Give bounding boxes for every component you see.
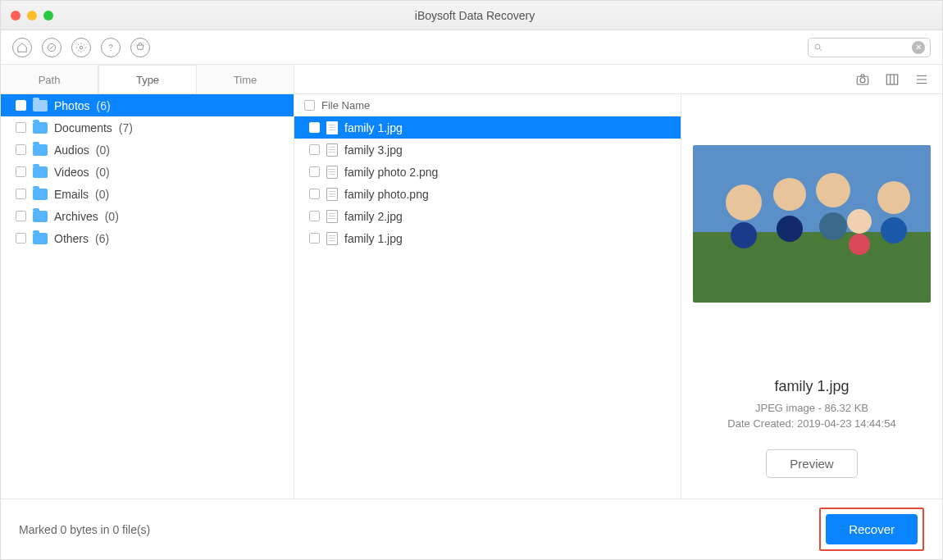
subheader: Path Type Time — [1, 65, 942, 94]
category-videos[interactable]: Videos (0) — [1, 161, 294, 183]
category-count: (0) — [96, 143, 110, 157]
folder-icon — [33, 166, 48, 178]
footer: Marked 0 bytes in 0 file(s) Recover — [1, 499, 942, 559]
category-sidebar: Photos (6) Documents (7) Audios (0) Vide… — [1, 94, 294, 499]
toolbar: ✕ — [1, 30, 942, 65]
file-checkbox[interactable] — [309, 166, 320, 177]
category-archives[interactable]: Archives (0) — [1, 205, 294, 227]
preview-pane: family 1.jpg JPEG image - 86.32 KB Date … — [681, 94, 942, 499]
folder-icon — [33, 189, 48, 200]
file-icon — [326, 166, 338, 179]
folder-icon — [33, 122, 48, 134]
category-count: (6) — [95, 232, 109, 245]
maximize-window-button[interactable] — [43, 11, 53, 20]
category-checkbox[interactable] — [16, 100, 26, 111]
file-icon — [326, 188, 338, 201]
category-label: Emails — [54, 188, 89, 201]
file-name: family photo 2.png — [344, 166, 438, 179]
category-checkbox[interactable] — [16, 233, 26, 244]
filelist-header: File Name — [294, 94, 681, 116]
folder-icon — [33, 100, 48, 112]
category-photos[interactable]: Photos (6) — [1, 94, 294, 116]
view-tools — [294, 65, 942, 93]
recover-button[interactable]: Recover — [826, 514, 918, 544]
camera-icon[interactable] — [855, 72, 870, 87]
file-checkbox[interactable] — [309, 189, 320, 199]
minimize-window-button[interactable] — [27, 11, 37, 20]
recover-highlight: Recover — [819, 508, 924, 551]
svg-point-2 — [111, 50, 112, 51]
category-checkbox[interactable] — [16, 122, 26, 133]
close-window-button[interactable] — [11, 11, 20, 20]
select-all-checkbox[interactable] — [304, 100, 315, 111]
file-icon — [326, 121, 338, 134]
filter-icon[interactable] — [42, 38, 61, 57]
search-icon — [813, 43, 823, 52]
category-label: Archives — [54, 210, 98, 223]
category-label: Documents — [54, 121, 112, 134]
titlebar: iBoysoft Data Recovery — [1, 1, 942, 30]
category-label: Audios — [54, 143, 89, 157]
file-checkbox[interactable] — [309, 144, 320, 155]
clear-search-icon[interactable]: ✕ — [912, 41, 925, 54]
category-count: (0) — [105, 210, 119, 223]
file-checkbox[interactable] — [309, 122, 320, 133]
category-checkbox[interactable] — [16, 144, 26, 155]
file-list: File Name family 1.jpg family 3.jpg fami… — [294, 94, 681, 499]
category-count: (0) — [96, 166, 110, 179]
file-checkbox[interactable] — [309, 211, 320, 221]
file-name: family 2.jpg — [344, 210, 403, 223]
file-name: family 3.jpg — [344, 143, 403, 157]
filter-tabs: Path Type Time — [1, 65, 294, 93]
tab-time[interactable]: Time — [197, 65, 294, 93]
category-others[interactable]: Others (6) — [1, 227, 294, 249]
column-header-filename[interactable]: File Name — [321, 99, 370, 112]
tab-path[interactable]: Path — [1, 65, 98, 93]
cart-icon[interactable] — [130, 38, 150, 57]
svg-point-1 — [80, 46, 83, 49]
search-input[interactable]: ✕ — [808, 38, 931, 57]
file-row[interactable]: family 1.jpg — [294, 227, 681, 249]
category-count: (7) — [119, 121, 133, 134]
preview-button[interactable]: Preview — [766, 449, 857, 478]
columns-view-icon[interactable] — [885, 72, 900, 87]
file-row[interactable]: family photo 2.png — [294, 161, 681, 183]
file-icon — [326, 210, 338, 223]
preview-image — [693, 145, 931, 303]
main-content: Photos (6) Documents (7) Audios (0) Vide… — [1, 94, 942, 499]
svg-rect-6 — [886, 75, 898, 84]
file-name: family 1.jpg — [344, 121, 403, 134]
file-icon — [326, 232, 338, 245]
file-checkbox[interactable] — [309, 233, 320, 244]
file-icon — [326, 143, 338, 157]
category-checkbox[interactable] — [16, 166, 26, 177]
category-audios[interactable]: Audios (0) — [1, 139, 294, 161]
file-row[interactable]: family 2.jpg — [294, 205, 681, 227]
preview-filename: family 1.jpg — [774, 378, 849, 395]
category-count: (0) — [95, 188, 109, 201]
preview-filedate: Date Created: 2019-04-23 14:44:54 — [727, 417, 895, 430]
settings-icon[interactable] — [71, 38, 91, 57]
status-text: Marked 0 bytes in 0 file(s) — [19, 523, 150, 536]
file-row[interactable]: family 3.jpg — [294, 139, 681, 161]
folder-icon — [33, 144, 48, 156]
category-checkbox[interactable] — [16, 211, 26, 221]
file-name: family photo.png — [344, 188, 429, 201]
list-view-icon[interactable] — [914, 72, 929, 87]
category-emails[interactable]: Emails (0) — [1, 183, 294, 205]
file-row[interactable]: family 1.jpg — [294, 116, 681, 139]
tab-type[interactable]: Type — [98, 65, 197, 93]
home-icon[interactable] — [12, 38, 32, 57]
category-checkbox[interactable] — [16, 189, 26, 199]
folder-icon — [33, 211, 48, 222]
window-controls — [11, 11, 53, 20]
window-title: iBoysoft Data Recovery — [53, 9, 896, 22]
help-icon[interactable] — [101, 38, 121, 57]
category-label: Videos — [54, 166, 89, 179]
category-label: Others — [54, 232, 89, 245]
file-name: family 1.jpg — [344, 232, 403, 245]
preview-fileinfo: JPEG image - 86.32 KB — [755, 402, 868, 414]
category-documents[interactable]: Documents (7) — [1, 116, 294, 139]
svg-point-3 — [815, 44, 820, 49]
file-row[interactable]: family photo.png — [294, 183, 681, 205]
